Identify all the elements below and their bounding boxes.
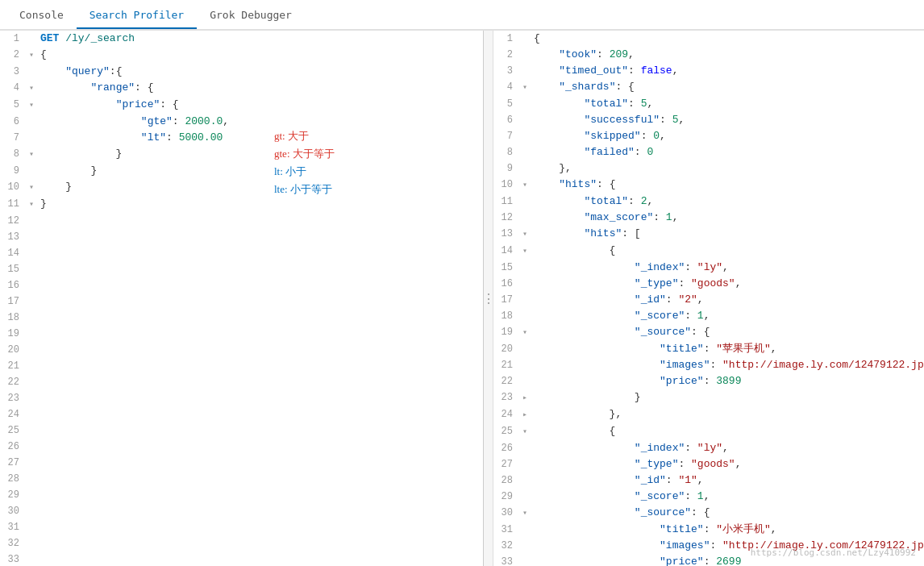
code-content: } bbox=[531, 389, 924, 406]
right-line-12: 12 "max_score": 1, bbox=[493, 210, 924, 226]
code-content: "_type": "goods", bbox=[531, 456, 924, 472]
fold-arrow[interactable]: ▾ bbox=[26, 98, 37, 114]
tab-search-profiler[interactable]: Search Profiler bbox=[77, 2, 197, 29]
left-line-8: 8▾ } bbox=[0, 146, 483, 163]
right-line-30: 30▾ "_source": { bbox=[493, 505, 924, 522]
tab-grok-debugger[interactable]: Grok Debugger bbox=[197, 2, 305, 29]
right-line-11: 11 "total": 2, bbox=[493, 194, 924, 210]
fold-arrow[interactable]: ▾ bbox=[519, 325, 531, 341]
left-line-24: 24 bbox=[0, 406, 483, 422]
fold-arrow[interactable]: ▾ bbox=[26, 81, 37, 97]
left-line-27: 27 bbox=[0, 455, 483, 471]
code-content: "price": 3899 bbox=[531, 373, 924, 389]
line-number: 19 bbox=[0, 326, 26, 342]
fold-arrow[interactable]: ▾ bbox=[519, 243, 531, 260]
code-content: "_score": 1, bbox=[531, 308, 924, 324]
right-line-26: 26 "_index": "ly", bbox=[493, 440, 924, 456]
code-content: } bbox=[37, 163, 483, 179]
right-line-20: 20 "title": "苹果手机", bbox=[493, 341, 924, 357]
line-number: 9 bbox=[493, 160, 519, 177]
line-number: 32 bbox=[0, 535, 26, 551]
fold-arrow[interactable]: ▾ bbox=[26, 197, 37, 213]
code-content: "max_score": 1, bbox=[531, 210, 924, 226]
line-number: 3 bbox=[493, 63, 519, 79]
line-number: 30 bbox=[493, 505, 519, 521]
right-panel[interactable]: 1{2 "took": 209,3 "timed_out": false,4▾ … bbox=[493, 31, 924, 566]
annotation-item: lt: 小于 bbox=[274, 163, 335, 181]
right-line-15: 15 "_index": "ly", bbox=[493, 260, 924, 276]
right-line-31: 31 "title": "小米手机", bbox=[493, 522, 924, 538]
line-number: 11 bbox=[0, 196, 26, 212]
left-line-20: 20 bbox=[0, 342, 483, 358]
right-line-17: 17 "_id": "2", bbox=[493, 292, 924, 308]
right-code-view: 1{2 "took": 209,3 "timed_out": false,4▾ … bbox=[493, 31, 924, 566]
fold-arrow[interactable]: ▾ bbox=[519, 506, 531, 522]
tab-console[interactable]: Console bbox=[6, 2, 77, 29]
line-number: 2 bbox=[0, 47, 26, 63]
code-content: { bbox=[531, 243, 924, 259]
left-panel[interactable]: 1GET /ly/_search2▾{3 "query":{4▾ "range"… bbox=[0, 31, 484, 566]
line-number: 21 bbox=[493, 357, 519, 373]
line-number: 30 bbox=[0, 503, 26, 519]
line-number: 29 bbox=[0, 487, 26, 503]
right-line-28: 28 "_id": "1", bbox=[493, 472, 924, 489]
line-number: 6 bbox=[493, 112, 519, 128]
line-number: 26 bbox=[0, 439, 26, 455]
right-line-29: 29 "_score": 1, bbox=[493, 489, 924, 505]
line-number: 28 bbox=[493, 472, 519, 489]
fold-arrow[interactable]: ▾ bbox=[519, 80, 531, 96]
line-number: 16 bbox=[493, 276, 519, 292]
line-number: 28 bbox=[0, 471, 26, 487]
line-number: 7 bbox=[0, 130, 26, 146]
left-line-14: 14 bbox=[0, 245, 483, 261]
right-line-5: 5 "total": 5, bbox=[493, 96, 924, 112]
left-line-17: 17 bbox=[0, 293, 483, 310]
fold-arrow[interactable]: ▾ bbox=[519, 227, 531, 243]
line-number: 32 bbox=[493, 538, 519, 554]
fold-arrow[interactable]: ▾ bbox=[519, 424, 531, 440]
left-line-18: 18 bbox=[0, 310, 483, 326]
line-number: 14 bbox=[0, 245, 26, 261]
code-content: "title": "苹果手机", bbox=[531, 341, 924, 357]
code-content: "hits": [ bbox=[531, 226, 924, 242]
left-line-5: 5▾ "price": { bbox=[0, 97, 483, 114]
code-content: "_index": "ly", bbox=[531, 440, 924, 456]
left-line-21: 21 bbox=[0, 358, 483, 374]
panel-divider[interactable]: ⋮ bbox=[484, 31, 493, 566]
right-line-10: 10▾ "hits": { bbox=[493, 177, 924, 194]
fold-arrow[interactable]: ▾ bbox=[26, 147, 37, 163]
code-content: "hits": { bbox=[531, 177, 924, 193]
right-line-16: 16 "_type": "goods", bbox=[493, 276, 924, 292]
code-content: "timed_out": false, bbox=[531, 63, 924, 79]
fold-arrow[interactable]: ▸ bbox=[519, 407, 531, 423]
code-content: "took": 209, bbox=[531, 47, 924, 63]
left-line-10: 10▾ } bbox=[0, 179, 483, 196]
left-line-1: 1GET /ly/_search bbox=[0, 31, 483, 47]
left-line-29: 29 bbox=[0, 487, 483, 503]
fold-arrow[interactable]: ▾ bbox=[26, 180, 37, 196]
line-number: 29 bbox=[493, 489, 519, 505]
fold-arrow[interactable]: ▾ bbox=[519, 177, 531, 194]
line-number: 31 bbox=[0, 519, 26, 535]
annotations: gt: 大于gte: 大于等于lt: 小于lte: 小于等于 bbox=[274, 127, 335, 198]
left-line-15: 15 bbox=[0, 261, 483, 277]
code-content: "query":{ bbox=[37, 64, 483, 80]
code-content: "skipped": 0, bbox=[531, 128, 924, 144]
line-number: 17 bbox=[0, 293, 26, 310]
line-number: 2 bbox=[493, 47, 519, 63]
line-number: 24 bbox=[493, 406, 519, 422]
left-line-25: 25 bbox=[0, 422, 483, 439]
code-content: "_shards": { bbox=[531, 79, 924, 95]
code-content: "successful": 5, bbox=[531, 112, 924, 128]
fold-arrow[interactable]: ▾ bbox=[26, 48, 37, 64]
left-line-19: 19 bbox=[0, 326, 483, 342]
code-content: "failed": 0 bbox=[531, 144, 924, 160]
line-number: 12 bbox=[493, 210, 519, 226]
right-line-14: 14▾ { bbox=[493, 243, 924, 260]
line-number: 31 bbox=[493, 522, 519, 538]
left-line-23: 23 bbox=[0, 390, 483, 406]
fold-arrow[interactable]: ▸ bbox=[519, 390, 531, 406]
code-content: }, bbox=[531, 406, 924, 422]
line-number: 12 bbox=[0, 213, 26, 229]
code-content: { bbox=[531, 31, 924, 47]
